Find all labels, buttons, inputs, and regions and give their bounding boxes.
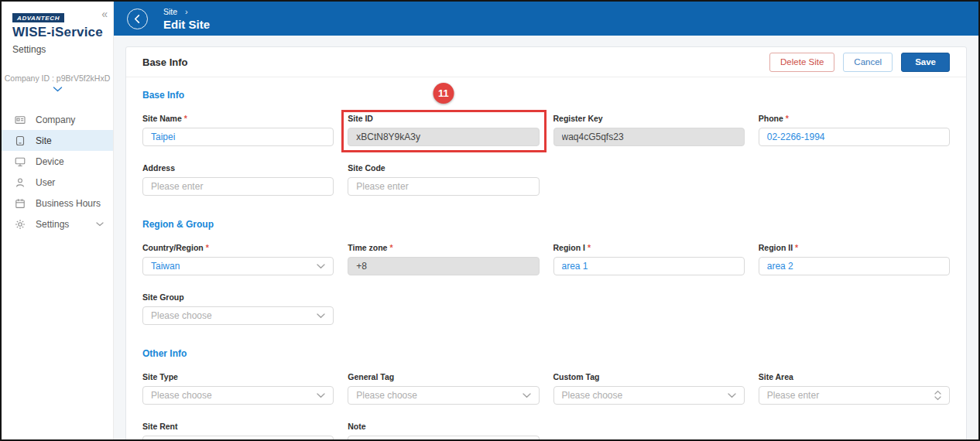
site-area-label: Site Area xyxy=(759,372,793,381)
site-name-input[interactable] xyxy=(151,132,325,142)
field-site-id: 11 Site ID xyxy=(348,114,539,146)
required-asterisk: * xyxy=(389,243,392,252)
sidebar-item-label: Device xyxy=(36,156,64,167)
section-title-region-group: Region & Group xyxy=(142,219,950,230)
site-group-label: Site Group xyxy=(142,292,184,302)
sidebar-item-label: Site xyxy=(36,135,52,146)
field-site-code: Site Code xyxy=(348,163,539,196)
sidebar-item-label: Settings xyxy=(36,219,69,230)
card-header: Base Info Delete Site Cancel Save xyxy=(126,47,966,77)
device-icon xyxy=(15,156,26,167)
cancel-button[interactable]: Cancel xyxy=(843,53,893,72)
business-hours-icon xyxy=(15,198,26,209)
field-site-group: Site Group Please choose xyxy=(142,292,334,325)
breadcrumb-site[interactable]: Site xyxy=(163,7,177,16)
field-custom-tag: Custom Tag Please choose xyxy=(553,372,745,405)
logo-area: ADVANTECH WISE-iService Settings xyxy=(2,2,113,55)
brand-title: WISE-iService xyxy=(12,25,113,40)
sidebar-item-label: User xyxy=(36,177,55,188)
field-site-rent: Site Rent xyxy=(142,422,334,439)
region-1-input[interactable] xyxy=(562,261,736,272)
required-asterisk: * xyxy=(588,243,591,252)
field-region-1: Region I* xyxy=(553,243,745,275)
sidebar-item-site[interactable]: Site xyxy=(2,130,113,151)
app-window: « ADVANTECH WISE-iService Settings Compa… xyxy=(0,0,980,441)
sidebar-item-user[interactable]: User xyxy=(2,172,113,193)
address-input[interactable] xyxy=(151,181,325,192)
sidebar-item-settings[interactable]: Settings xyxy=(2,214,113,234)
country-region-label: Country/Region xyxy=(142,243,204,252)
general-tag-label: General Tag xyxy=(348,372,394,381)
region-2-input[interactable] xyxy=(767,261,941,272)
region-2-label: Region II xyxy=(759,243,793,252)
card-title: Base Info xyxy=(142,56,188,68)
header-text: Site › Edit Site xyxy=(163,7,210,31)
general-tag-select[interactable]: Please choose xyxy=(348,386,539,405)
address-label: Address xyxy=(142,163,175,173)
breadcrumb: Site › xyxy=(163,7,210,16)
breadcrumb-separator: › xyxy=(185,7,188,16)
register-key-input xyxy=(562,132,736,142)
sidebar-item-label: Business Hours xyxy=(36,198,101,209)
delete-site-button[interactable]: Delete Site xyxy=(769,53,834,72)
field-phone: Phone* xyxy=(759,114,950,146)
required-asterisk: * xyxy=(795,243,798,252)
app-subtitle: Settings xyxy=(12,44,113,55)
register-key-label: Register Key xyxy=(553,114,603,123)
site-name-label: Site Name xyxy=(142,114,182,123)
field-register-key: Register Key xyxy=(553,114,745,146)
site-code-input[interactable] xyxy=(356,181,530,192)
company-icon xyxy=(15,115,26,125)
country-region-select[interactable]: Taiwan xyxy=(142,257,334,275)
field-general-tag: General Tag Please choose xyxy=(348,372,539,405)
sidebar-item-device[interactable]: Device xyxy=(2,151,113,172)
chevron-down-icon xyxy=(312,393,325,398)
sidebar-collapse-icon[interactable]: « xyxy=(101,9,108,19)
content-area: Base Info Delete Site Cancel Save Base I… xyxy=(114,36,978,439)
required-asterisk: * xyxy=(184,114,187,123)
site-type-label: Site Type xyxy=(142,372,178,381)
required-asterisk: * xyxy=(206,243,209,252)
other-info-grid: Site Type Please choose General Tag Plea… xyxy=(142,372,950,439)
back-button[interactable] xyxy=(127,9,148,29)
chevron-down-icon xyxy=(312,313,325,319)
callout-badge-11: 11 xyxy=(433,83,454,104)
time-zone-label: Time zone xyxy=(348,243,387,252)
field-address: Address xyxy=(142,163,334,196)
custom-tag-select[interactable]: Please choose xyxy=(553,386,745,405)
site-group-select[interactable]: Please choose xyxy=(142,306,334,325)
region-1-label: Region I xyxy=(553,243,585,252)
site-area-input[interactable] xyxy=(767,390,930,401)
base-info-grid: Site Name* 11 Site ID Register Key xyxy=(142,114,950,196)
chevron-down-icon xyxy=(518,393,531,398)
site-rent-label: Site Rent xyxy=(142,422,178,431)
save-button[interactable]: Save xyxy=(901,53,950,72)
chevron-down-icon xyxy=(723,393,736,398)
region-group-grid: Country/Region* Taiwan Time zone* Region xyxy=(142,243,950,325)
stepper-icon[interactable] xyxy=(930,390,941,401)
field-site-type: Site Type Please choose xyxy=(142,372,334,405)
sidebar-item-business-hours[interactable]: Business Hours xyxy=(2,193,113,214)
sidebar-item-label: Company xyxy=(36,115,75,125)
custom-tag-label: Custom Tag xyxy=(553,372,600,381)
field-region-2: Region II* xyxy=(759,243,950,275)
site-id-input xyxy=(356,132,530,142)
site-type-select[interactable]: Please choose xyxy=(142,386,334,405)
site-icon xyxy=(15,135,26,146)
chevron-down-icon xyxy=(312,264,325,269)
chevron-down-icon xyxy=(96,222,104,227)
field-site-name: Site Name* xyxy=(142,114,334,146)
user-icon xyxy=(15,177,26,188)
phone-input[interactable] xyxy=(767,132,941,142)
sidebar-item-company[interactable]: Company xyxy=(2,109,113,130)
company-switch-chevron-icon[interactable] xyxy=(2,87,113,92)
site-code-label: Site Code xyxy=(348,163,385,173)
field-note: Note xyxy=(348,422,539,439)
field-country-region: Country/Region* Taiwan xyxy=(142,243,334,275)
phone-label: Phone xyxy=(759,114,783,123)
note-label: Note xyxy=(348,422,365,431)
section-title-base-info: Base Info xyxy=(142,90,950,101)
sidebar-menu: Company Site Device User xyxy=(2,109,113,234)
chevron-left-icon xyxy=(128,9,147,29)
advantech-logo: ADVANTECH xyxy=(12,13,64,22)
